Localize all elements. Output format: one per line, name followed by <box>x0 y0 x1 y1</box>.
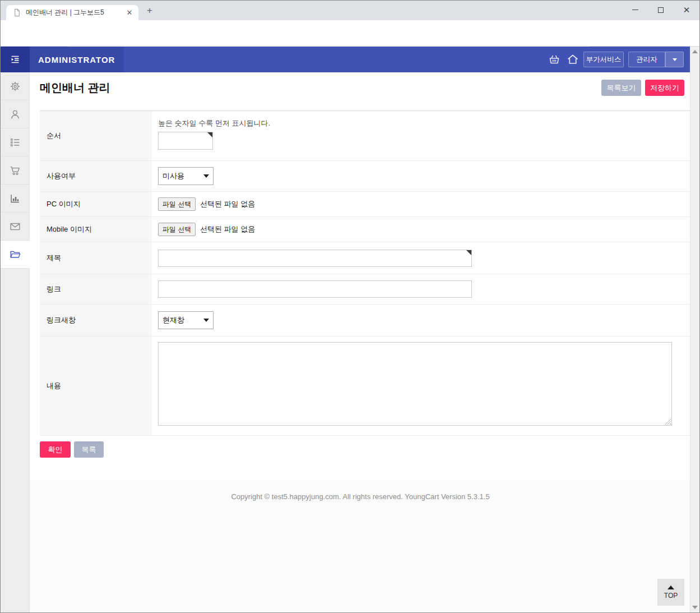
list-label: 목록 <box>82 445 96 455</box>
brand-zone: ADMINISTRATOR <box>30 47 124 72</box>
window-minimize-button[interactable] <box>622 1 648 19</box>
arrow-up-icon <box>667 586 674 589</box>
link-input[interactable] <box>158 280 472 298</box>
page-scrollbar[interactable] <box>690 47 699 612</box>
pc-image-label: PC 이미지 <box>40 192 152 216</box>
admin-menu-label: 관리자 <box>636 55 657 64</box>
form-row-content: 내용 <box>40 337 690 436</box>
list-icon <box>9 136 21 149</box>
order-help-text: 높은 숫자일 수록 먼저 표시됩니다. <box>158 111 690 128</box>
browser-tab[interactable]: 메인배너 관리 | 그누보드5 ✕ <box>6 5 138 20</box>
save-button[interactable]: 저장하기 <box>645 80 684 96</box>
extra-services-label: 부가서비스 <box>586 55 622 64</box>
admin-menu-button[interactable]: 관리자 <box>628 52 665 67</box>
sidebar-item-banner-active[interactable] <box>1 241 30 269</box>
mail-icon <box>9 220 21 233</box>
dropdown-arrow-icon <box>673 58 677 61</box>
bar-chart-icon <box>9 192 21 205</box>
top-label: TOP <box>664 592 678 600</box>
home-icon[interactable] <box>566 53 580 66</box>
scrollbar-down-icon[interactable] <box>692 606 698 609</box>
link-target-label: 링크새창 <box>40 305 152 336</box>
sidebar-item-shop[interactable] <box>1 156 30 185</box>
footer-area: Copyright © test5.happyjung.com. All rig… <box>30 480 691 612</box>
content-label: 내용 <box>40 337 152 435</box>
gear-icon <box>9 80 21 93</box>
resize-grip-icon[interactable] <box>665 418 671 425</box>
indent-menu-icon <box>9 53 21 66</box>
scrollbar-up-icon[interactable] <box>692 50 698 53</box>
order-input[interactable] <box>158 132 213 150</box>
extra-services-button[interactable]: 부가서비스 <box>583 52 624 67</box>
link-target-select[interactable]: 현재창 <box>158 311 214 329</box>
banner-form: 순서 높은 숫자일 수록 먼저 표시됩니다. 사용여부 미사용 PC 이미지 <box>40 110 690 436</box>
admin-sidebar <box>1 72 30 612</box>
copyright-text: Copyright © test5.happyjung.com. All rig… <box>30 480 691 501</box>
window-maximize-button[interactable] <box>648 1 674 19</box>
link-label: 링크 <box>40 274 152 304</box>
use-select-value: 미사용 <box>163 171 184 181</box>
window-controls: ✕ <box>622 1 699 20</box>
title-label: 제목 <box>40 242 152 274</box>
form-row-order: 순서 높은 숫자일 수록 먼저 표시됩니다. <box>40 111 690 161</box>
select-arrow-icon <box>203 174 209 178</box>
window-close-button[interactable]: ✕ <box>674 1 699 19</box>
new-tab-button[interactable]: + <box>145 6 154 15</box>
form-row-title: 제목 <box>40 242 690 274</box>
content-textarea[interactable] <box>158 342 672 426</box>
admin-dropdown-button[interactable] <box>665 52 684 67</box>
page-favicon-icon <box>13 8 21 17</box>
use-select[interactable]: 미사용 <box>158 167 214 185</box>
pc-file-button-label: 파일 선택 <box>163 200 191 209</box>
form-actions: 확인 목록 <box>40 441 107 458</box>
sidebar-item-members[interactable] <box>1 100 30 128</box>
scroll-to-top-button[interactable]: TOP <box>657 579 684 606</box>
brand-title: ADMINISTRATOR <box>38 55 115 64</box>
browser-titlebar: 메인배너 관리 | 그누보드5 ✕ + ✕ <box>1 1 699 20</box>
sidebar-item-settings[interactable] <box>1 72 30 100</box>
form-row-pc-image: PC 이미지 파일 선택 선택된 파일 없음 <box>40 192 690 217</box>
tab-title: 메인배너 관리 | 그누보드5 <box>26 8 125 17</box>
sidebar-toggle-button[interactable] <box>1 47 30 72</box>
title-input[interactable] <box>158 250 472 267</box>
person-icon <box>9 108 21 121</box>
save-label: 저장하기 <box>650 83 679 93</box>
main-content: 메인배너 관리 목록보기 저장하기 순서 높은 숫자일 수록 먼저 표시됩니다.… <box>30 72 691 612</box>
link-target-value: 현재창 <box>163 315 184 325</box>
mobile-file-button-label: 파일 선택 <box>163 225 191 234</box>
mobile-image-label: Mobile 이미지 <box>40 217 152 242</box>
pc-image-file-status: 선택된 파일 없음 <box>200 199 255 209</box>
confirm-label: 확인 <box>48 445 63 455</box>
list-button[interactable]: 목록 <box>74 441 104 458</box>
mobile-image-file-status: 선택된 파일 없음 <box>200 224 255 234</box>
admin-header: ADMINISTRATOR 부가서비스 관리자 <box>1 47 691 72</box>
browser-window: 메인배너 관리 | 그누보드5 ✕ + ✕ 주의 요함 test5.happyj… <box>0 0 700 613</box>
list-view-button[interactable]: 목록보기 <box>601 80 641 96</box>
order-label: 순서 <box>40 111 152 160</box>
list-view-label: 목록보기 <box>607 83 636 93</box>
use-label: 사용여부 <box>40 161 152 191</box>
shop-basket-icon[interactable] <box>548 53 561 66</box>
form-row-use: 사용여부 미사용 <box>40 161 690 192</box>
page-title: 메인배너 관리 <box>40 80 110 95</box>
mobile-image-file-button[interactable]: 파일 선택 <box>158 223 196 236</box>
open-folder-icon <box>9 248 21 261</box>
cart-icon <box>9 164 21 177</box>
select-arrow-icon <box>203 319 209 322</box>
sidebar-item-stats[interactable] <box>1 185 30 213</box>
tab-close-icon[interactable]: ✕ <box>125 8 134 17</box>
form-row-link: 링크 <box>40 274 690 305</box>
close-icon: ✕ <box>683 6 690 14</box>
sidebar-item-mail[interactable] <box>1 213 30 241</box>
form-row-link-target: 링크새창 현재창 <box>40 305 690 337</box>
form-row-mobile-image: Mobile 이미지 파일 선택 선택된 파일 없음 <box>40 217 690 242</box>
browser-toolbar: 주의 요함 test5.happyjung.com /g5/adm/banner… <box>1 20 699 47</box>
sidebar-item-board[interactable] <box>1 128 30 156</box>
pc-image-file-button[interactable]: 파일 선택 <box>158 197 196 211</box>
minimize-icon <box>632 10 638 10</box>
confirm-button[interactable]: 확인 <box>40 441 71 458</box>
maximize-icon <box>658 7 664 13</box>
